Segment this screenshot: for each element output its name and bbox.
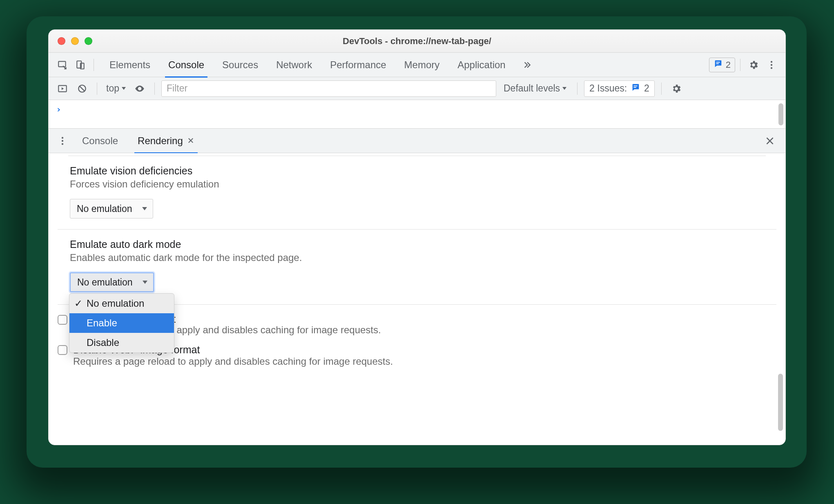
row-description: Requires a page reload to apply and disa…: [73, 356, 393, 367]
caret-down-icon: [143, 281, 147, 284]
option-label: Enable: [87, 317, 117, 329]
auto-dark-mode-select[interactable]: No emulation: [70, 272, 154, 292]
svg-point-6: [771, 64, 772, 65]
main-tabstrip: Elements Console Sources Network Perform…: [49, 53, 785, 77]
settings-gear-icon[interactable]: [745, 57, 762, 73]
scrollbar-thumb[interactable]: [778, 103, 783, 125]
close-window-button[interactable]: [58, 37, 65, 45]
zoom-window-button[interactable]: [85, 37, 92, 45]
tab-label: Sources: [222, 59, 258, 71]
drawer-tab-console[interactable]: Console: [74, 129, 126, 153]
window-controls: [58, 37, 92, 45]
window-title: DevTools - chrome://new-tab-page/: [343, 36, 491, 47]
tab-label: Performance: [330, 59, 386, 71]
tab-label: Elements: [109, 59, 150, 71]
drawer-menu-icon[interactable]: [54, 133, 71, 149]
separator: [94, 59, 94, 71]
console-body[interactable]: ›: [49, 100, 785, 129]
select-value: No emulation: [77, 277, 133, 288]
console-settings-gear-icon[interactable]: [668, 80, 685, 97]
live-expression-eye-icon[interactable]: [132, 80, 148, 97]
console-toolbar: top Filter Default levels 2 Issues: 2: [49, 77, 785, 100]
svg-rect-0: [58, 61, 65, 67]
vision-deficiency-section: Emulate vision deficiencies Forces visio…: [49, 156, 785, 229]
levels-label: Default levels: [504, 83, 560, 94]
section-description: Forces vision deficiency emulation: [70, 178, 764, 190]
inspect-element-icon[interactable]: [54, 57, 71, 73]
dropdown-option-no-emulation[interactable]: ✓ No emulation: [69, 294, 174, 313]
disable-avif-checkbox[interactable]: [58, 315, 67, 325]
separator: [661, 83, 662, 95]
caret-down-icon: [122, 87, 126, 90]
svg-point-12: [62, 137, 63, 138]
toggle-device-toolbar-icon[interactable]: [72, 57, 89, 73]
svg-rect-3: [716, 62, 720, 62]
vision-deficiency-select[interactable]: No emulation: [70, 199, 153, 219]
svg-point-5: [771, 61, 772, 62]
context-selector[interactable]: top: [104, 83, 128, 94]
tab-elements[interactable]: Elements: [100, 53, 159, 77]
section-title: Emulate auto dark mode: [70, 239, 764, 250]
tab-application[interactable]: Application: [448, 53, 514, 77]
scrollbar-thumb[interactable]: [778, 374, 783, 431]
devtools-window: DevTools - chrome://new-tab-page/ Elemen…: [48, 29, 786, 445]
toggle-sidebar-icon[interactable]: [54, 80, 71, 97]
console-prompt-icon: ›: [56, 104, 61, 114]
auto-dark-mode-dropdown: ✓ No emulation Enable Disable: [69, 293, 174, 353]
tab-label: Memory: [404, 59, 440, 71]
dropdown-option-disable[interactable]: Disable: [69, 333, 174, 352]
clear-console-icon[interactable]: [74, 80, 90, 97]
checkmark-icon: ✓: [74, 298, 83, 309]
select-value: No emulation: [77, 203, 132, 214]
close-drawer-icon[interactable]: [762, 133, 778, 149]
svg-point-13: [62, 140, 63, 141]
option-label: No emulation: [87, 298, 144, 309]
filter-placeholder: Filter: [167, 83, 187, 94]
tab-label: Console: [168, 59, 204, 71]
tab-label: Network: [276, 59, 312, 71]
tab-sources[interactable]: Sources: [213, 53, 267, 77]
filter-input[interactable]: Filter: [161, 80, 496, 97]
context-value: top: [106, 83, 119, 94]
issues-label: 2 Issues:: [589, 83, 627, 94]
chat-icon: [714, 59, 723, 71]
tab-label: Application: [457, 59, 505, 71]
tab-memory[interactable]: Memory: [395, 53, 449, 77]
issues-badge[interactable]: 2 Issues: 2: [584, 80, 655, 97]
svg-point-7: [771, 67, 772, 69]
svg-point-14: [62, 143, 63, 145]
minimize-window-button[interactable]: [71, 37, 79, 45]
separator: [577, 83, 578, 95]
drawer-tab-rendering[interactable]: Rendering: [129, 129, 203, 153]
tab-network[interactable]: Network: [267, 53, 321, 77]
chat-icon: [631, 83, 640, 94]
svg-rect-4: [716, 63, 718, 64]
separator: [740, 59, 740, 71]
disable-webp-checkbox[interactable]: [58, 345, 67, 355]
caret-down-icon: [142, 207, 147, 210]
separator: [154, 83, 155, 95]
rendering-pane: Emulate vision deficiencies Forces visio…: [49, 153, 785, 445]
drawer-tab-label: Rendering: [138, 135, 183, 147]
tab-console[interactable]: Console: [159, 53, 213, 77]
more-tabs-icon[interactable]: [519, 57, 535, 73]
dropdown-option-enable[interactable]: Enable: [69, 313, 174, 333]
section-description: Enables automatic dark mode for the insp…: [70, 252, 764, 263]
svg-rect-11: [634, 87, 636, 88]
option-label: Disable: [87, 337, 119, 348]
svg-rect-10: [634, 85, 638, 86]
caret-down-icon: [562, 87, 566, 90]
separator: [97, 83, 97, 95]
kebab-menu-icon[interactable]: [763, 57, 780, 73]
tab-performance[interactable]: Performance: [321, 53, 395, 77]
drawer-tab-label: Console: [82, 135, 118, 147]
messages-badge[interactable]: 2: [709, 58, 735, 72]
titlebar: DevTools - chrome://new-tab-page/: [49, 30, 785, 53]
auto-dark-mode-section: Emulate auto dark mode Enables automatic…: [49, 230, 785, 303]
close-tab-icon[interactable]: [187, 135, 194, 147]
log-levels-selector[interactable]: Default levels: [500, 83, 571, 94]
issues-count: 2: [644, 83, 649, 94]
drawer-tabstrip: Console Rendering: [49, 129, 785, 153]
messages-count: 2: [726, 60, 731, 70]
section-title: Emulate vision deficiencies: [70, 165, 764, 177]
